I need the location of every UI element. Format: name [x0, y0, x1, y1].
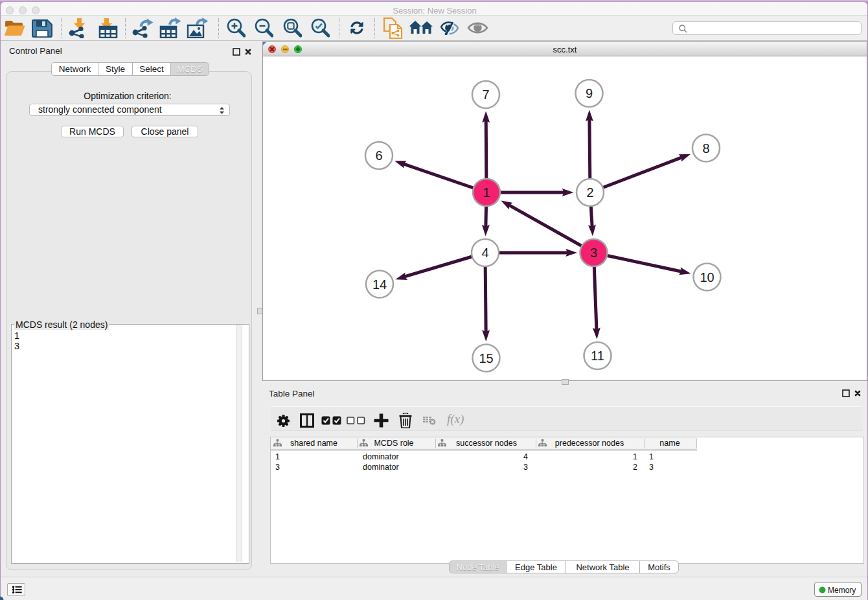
svg-text:9: 9 — [586, 86, 593, 100]
svg-text:10: 10 — [700, 270, 714, 284]
svg-text:14: 14 — [372, 277, 387, 292]
svg-text:15: 15 — [479, 351, 493, 365]
svg-text:4: 4 — [481, 246, 488, 260]
svg-text:2: 2 — [586, 185, 593, 200]
svg-text:3: 3 — [590, 246, 597, 260]
svg-text:1: 1 — [483, 185, 490, 200]
svg-text:8: 8 — [702, 141, 709, 156]
svg-text:6: 6 — [375, 148, 382, 163]
svg-text:11: 11 — [591, 349, 604, 363]
svg-text:7: 7 — [482, 87, 489, 102]
